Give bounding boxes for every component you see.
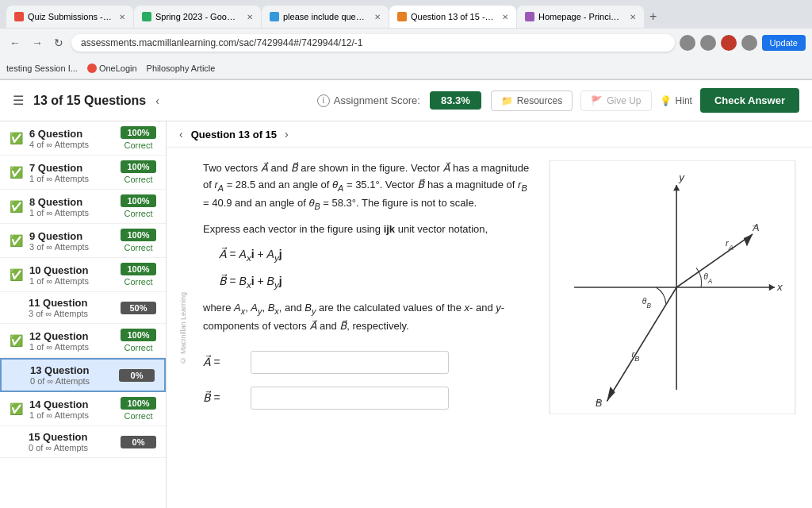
sidebar-item-left-q15: 15 Question 0 of ∞ Attempts xyxy=(29,431,114,452)
tab-2[interactable]: Spring 2023 - Google Sheets ✕ xyxy=(134,6,261,28)
tab-1[interactable]: Quiz Submissions - LQ 3 - Pri... ✕ xyxy=(6,6,133,28)
reload-button[interactable]: ↻ xyxy=(51,35,67,51)
tab-5[interactable]: Homepage - Principles of Phys... ✕ xyxy=(517,6,644,28)
assignment-score-label: i Assignment Score: xyxy=(317,94,420,107)
question-area: ‹ Question 13 of 15 › © Macmillan Learni… xyxy=(167,121,812,508)
tab-3-favicon xyxy=(270,12,279,21)
svg-text:A: A xyxy=(752,222,759,233)
tab-3[interactable]: please include question numb... ✕ xyxy=(262,6,389,28)
sidebar-item-q8[interactable]: ✅ 8 Question 1 of ∞ Attempts 100% Correc… xyxy=(0,190,166,224)
folder-icon: 📁 xyxy=(501,95,513,106)
give-up-button[interactable]: 🚩 Give Up xyxy=(580,90,651,111)
tab-4[interactable]: Question 13 of 15 - Lesson 2... ✕ xyxy=(389,6,516,28)
sidebar-badge-q6: 100% xyxy=(121,126,156,139)
bookmark-onelogin[interactable]: OneLogin xyxy=(87,64,137,73)
prev-nav-button[interactable]: ‹ xyxy=(179,128,183,140)
sidebar-item-left-q12: 12 Question 1 of ∞ Attempts xyxy=(29,330,114,352)
next-nav-button[interactable]: › xyxy=(285,128,289,140)
question-paragraph-1: Two vectors A⃗ and B⃗ are shown in the f… xyxy=(203,160,530,214)
question-nav: ‹ Question 13 of 15 › xyxy=(167,121,812,148)
sidebar-item-q13[interactable]: 13 Question 0 of ∞ Attempts 0% xyxy=(0,358,166,392)
hint-button[interactable]: 💡 Hint xyxy=(660,95,692,106)
sidebar-badge-q8: 100% xyxy=(121,194,156,207)
sidebar-item-left-q8: 8 Question 1 of ∞ Attempts xyxy=(29,196,114,217)
sidebar-item-left-q7: 7 Question 1 of ∞ Attempts xyxy=(29,162,114,183)
update-button[interactable]: Update xyxy=(762,35,806,51)
check-answer-button[interactable]: Check Answer xyxy=(700,88,799,113)
sidebar-item-left-q6: 6 Question 4 of ∞ Attempts xyxy=(29,128,114,149)
check-icon-q10: ✅ xyxy=(10,268,23,281)
question-text-area: Two vectors A⃗ and B⃗ are shown in the f… xyxy=(203,160,530,496)
resources-button[interactable]: 📁 Resources xyxy=(491,90,573,111)
new-tab-button[interactable]: + xyxy=(645,10,661,24)
main-content: ✅ 6 Question 4 of ∞ Attempts 100% Correc… xyxy=(0,121,812,508)
tab-5-close[interactable]: ✕ xyxy=(630,13,636,21)
tab-1-label: Quiz Submissions - LQ 3 - Pri... xyxy=(28,12,113,21)
tab-3-label: please include question numb... xyxy=(283,12,368,21)
sidebar-item-q14[interactable]: ✅ 14 Question 1 of ∞ Attempts 100% Corre… xyxy=(0,392,166,426)
bookmark-testing-session[interactable]: testing Session I... xyxy=(6,64,78,73)
sidebar-item-q9[interactable]: ✅ 9 Question 3 of ∞ Attempts 100% Correc… xyxy=(0,224,166,258)
svg-text:B: B xyxy=(596,398,602,409)
bookmark-philosophy[interactable]: Philosophy Article xyxy=(147,64,216,73)
tab-bar: Quiz Submissions - LQ 3 - Pri... ✕ Sprin… xyxy=(0,0,812,29)
sidebar-item-q10[interactable]: ✅ 10 Question 1 of ∞ Attempts 100% Corre… xyxy=(0,258,166,292)
tab-2-close[interactable]: ✕ xyxy=(247,13,253,21)
answer-a-label: A⃗ = xyxy=(203,353,243,371)
sidebar-item-q7[interactable]: ✅ 7 Question 1 of ∞ Attempts 100% Correc… xyxy=(0,156,166,190)
tab-4-favicon xyxy=(397,12,407,21)
bookmarks-bar: testing Session I... OneLogin Philosophy… xyxy=(0,57,812,79)
sidebar-item-q12[interactable]: ✅ 12 Question 1 of ∞ Attempts 100% Corre… xyxy=(0,324,166,358)
tab-1-favicon xyxy=(14,12,24,21)
info-icon: i xyxy=(317,94,330,107)
sidebar-item-q6[interactable]: ✅ 6 Question 4 of ∞ Attempts 100% Correc… xyxy=(0,121,166,156)
sidebar-item-q11[interactable]: 11 Question 3 of ∞ Attempts 50% xyxy=(0,292,166,324)
top-toolbar: ☰ 13 of 15 Questions ‹ i Assignment Scor… xyxy=(0,80,812,121)
score-badge: 83.3% xyxy=(430,91,481,110)
sidebar-badge-q10: 100% xyxy=(121,263,156,275)
check-icon-q12: ✅ xyxy=(10,334,23,347)
sidebar-badge-q14: 100% xyxy=(121,397,156,410)
tab-1-close[interactable]: ✕ xyxy=(119,13,125,21)
answer-b-input[interactable] xyxy=(251,387,449,410)
prev-question-button[interactable]: ‹ xyxy=(155,94,159,107)
check-icon-q8: ✅ xyxy=(10,200,23,213)
answer-inputs: A⃗ = B⃗ = xyxy=(203,351,530,410)
lightbulb-icon: 💡 xyxy=(660,95,672,106)
answer-a-input[interactable] xyxy=(251,351,449,374)
sidebar: ✅ 6 Question 4 of ∞ Attempts 100% Correc… xyxy=(0,121,167,508)
toolbar-right: 📁 Resources 🚩 Give Up 💡 Hint Check Answe… xyxy=(491,88,799,113)
back-button[interactable]: ← xyxy=(6,35,24,51)
check-icon-q9: ✅ xyxy=(10,234,23,247)
tab-2-favicon xyxy=(142,12,151,21)
sidebar-badge-q11: 50% xyxy=(121,302,156,314)
answer-b-label: B⃗ = xyxy=(203,389,243,406)
sidebar-item-left-q11: 11 Question 3 of ∞ Attempts xyxy=(29,297,114,318)
answer-row-b: B⃗ = xyxy=(203,387,530,410)
forward-button[interactable]: → xyxy=(29,35,46,51)
menu-icon[interactable]: ☰ xyxy=(13,93,24,108)
sidebar-badge-q9: 100% xyxy=(121,229,156,241)
menu-icon xyxy=(741,35,757,51)
tab-3-close[interactable]: ✕ xyxy=(374,13,381,21)
tab-5-favicon xyxy=(525,12,534,21)
tab-4-close[interactable]: ✕ xyxy=(502,13,508,21)
give-up-icon: 🚩 xyxy=(591,95,603,106)
browser-chrome: Quiz Submissions - LQ 3 - Pri... ✕ Sprin… xyxy=(0,0,812,80)
tab-2-label: Spring 2023 - Google Sheets xyxy=(155,12,240,21)
check-icon-q14: ✅ xyxy=(10,402,23,415)
sidebar-badge-q15: 0% xyxy=(121,436,156,448)
question-nav-title: Question 13 of 15 xyxy=(191,129,277,140)
question-paragraph-2: Express each vector in the figure using … xyxy=(203,221,530,238)
profile-icon xyxy=(721,35,737,51)
address-bar: ← → ↻ Update xyxy=(0,29,812,57)
sidebar-item-left-q13: 13 Question 0 of ∞ Attempts xyxy=(30,364,113,386)
sidebar-item-q15[interactable]: 15 Question 0 of ∞ Attempts 0% xyxy=(0,426,166,458)
vector-diagram: x y rA xyxy=(546,160,799,414)
svg-text:x: x xyxy=(776,281,783,293)
math-equation-b: B⃗ = Bxi + Byj xyxy=(203,272,530,292)
sidebar-item-left-q9: 9 Question 3 of ∞ Attempts xyxy=(29,230,114,252)
sidebar-badge-q13: 0% xyxy=(119,369,155,382)
address-input[interactable] xyxy=(71,34,675,52)
svg-text:y: y xyxy=(678,171,685,183)
